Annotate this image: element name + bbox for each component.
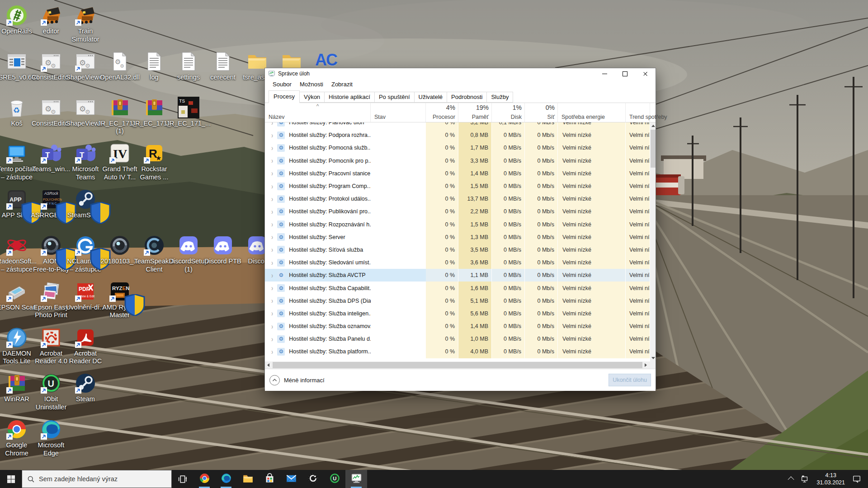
task-view-button[interactable] <box>172 470 193 488</box>
scroll-right-icon[interactable] <box>645 363 647 367</box>
column-header-pam-[interactable]: 19%Paměť <box>458 103 492 122</box>
clock[interactable]: 4:13 31.03.2021 <box>812 472 849 487</box>
scroll-left-icon[interactable] <box>267 363 269 367</box>
less-info-toggle[interactable]: Méně informací <box>269 375 325 385</box>
tab-procesy[interactable]: Procesy <box>269 90 300 103</box>
minimize-button[interactable] <box>594 68 615 79</box>
process-name-cell[interactable]: › ⚙ Hostitel služby: Pracovní stanice <box>265 167 371 180</box>
network-tray-button[interactable] <box>797 470 812 488</box>
tab-služby[interactable]: Služby <box>486 92 513 103</box>
tab-uživatelé[interactable]: Uživatelé <box>414 92 447 103</box>
tab-historie-aplikací[interactable]: Historie aplikací <box>324 92 375 103</box>
maximize-button[interactable] <box>615 68 635 79</box>
expand-chevron-icon[interactable]: › <box>271 156 273 165</box>
desktop-icon-jr-ec-171[interactable]: TSJR_EC_171_... <box>166 97 211 128</box>
tab-podrobnosti[interactable]: Podrobnosti <box>447 92 487 103</box>
process-name-cell[interactable]: › ⚙ Hostitel služby: Podpora rozhra... <box>265 129 371 141</box>
process-name-cell[interactable]: › ⚙ Hostitel služby: Protokol událos... <box>265 192 371 205</box>
process-name-cell[interactable]: › ⚙ Hostitel služby: Publikování pro... <box>265 205 371 218</box>
desktop-icon-steam[interactable]: Steam <box>63 372 108 404</box>
desktop-icon-train[interactable]: Train Simulator <box>63 5 108 43</box>
process-row[interactable]: › ⚙ Hostitel služby: Služba inteligen...… <box>265 307 650 320</box>
process-name-cell[interactable]: › ⚙ Hostitel služby: Program Comp... <box>265 180 371 192</box>
taskbar-app-gauge[interactable] <box>302 470 324 488</box>
process-row[interactable]: › ⚙ Hostitel služby: Podpora rozhra... 0… <box>265 129 650 141</box>
column-header-stav[interactable]: Stav <box>371 103 426 122</box>
process-row[interactable]: › ⚙ Hostitel služby: Sledování umíst... … <box>265 256 650 269</box>
start-button[interactable] <box>0 470 22 488</box>
process-row[interactable]: › ⚙ Hostitel služby: Pomocník pro p... 0… <box>265 155 650 167</box>
process-row[interactable]: › ⚙ Hostitel služby: Server 0 % 1,3 MB 0… <box>265 231 650 244</box>
process-row[interactable]: › ⚙ Hostitel služby: Služba Panelu d... … <box>265 333 650 345</box>
expand-chevron-icon[interactable]: › <box>271 296 273 305</box>
desktop-icon-amd-ryzen[interactable]: RYZENAMD Ryzen Master <box>97 281 142 319</box>
tray-expand-button[interactable] <box>786 470 797 488</box>
expand-chevron-icon[interactable]: › <box>271 271 273 280</box>
process-name-cell[interactable]: › ⚙ Hostitel služby: Služba DPS (Dia... <box>265 295 371 307</box>
taskbar-app-explorer[interactable] <box>237 470 259 488</box>
desktop-icon-steamsetup[interactable]: SteamSetup <box>63 188 108 220</box>
process-name-cell[interactable]: › ⚙ Hostitel služby: Pomocník pro p... <box>265 155 371 167</box>
expand-chevron-icon[interactable]: › <box>271 122 273 127</box>
taskbar-app-store[interactable] <box>259 470 280 488</box>
process-name-cell[interactable]: › ⚙ Hostitel služby: Server <box>265 231 371 244</box>
scroll-down-icon[interactable] <box>651 357 655 359</box>
process-row[interactable]: › ⚙ Hostitel služby: Plánovač úloh 0 % 3… <box>265 122 650 129</box>
process-row[interactable]: › ⚙ Hostitel služby: Rozpoznávání h... 0… <box>265 218 650 231</box>
expand-chevron-icon[interactable]: › <box>271 144 273 152</box>
process-name-cell[interactable]: › ⚙ Hostitel služby: Služba platform... <box>265 345 371 358</box>
action-center-button[interactable] <box>849 470 864 488</box>
expand-chevron-icon[interactable]: › <box>271 347 273 356</box>
process-name-cell[interactable]: › ⚙ Hostitel služby: Služba Capabilit... <box>265 282 371 294</box>
process-row[interactable]: › ⚙ Hostitel služby: Publikování pro... … <box>265 205 650 218</box>
column-header-s-[interactable]: 0%Síť <box>525 103 558 122</box>
column-header-nazev[interactable]: ^Název <box>265 103 371 122</box>
expand-chevron-icon[interactable]: › <box>271 131 273 140</box>
expand-chevron-icon[interactable]: › <box>271 310 273 318</box>
process-name-cell[interactable]: › ⚙ Hostitel služby: Služba inteligen... <box>265 307 371 320</box>
expand-chevron-icon[interactable]: › <box>271 169 273 178</box>
process-row[interactable]: › ⚙ Hostitel služby: Služba oznamov... 0… <box>265 320 650 333</box>
process-row[interactable]: › ⚙ Hostitel služby: Pomocná služb... 0 … <box>265 141 650 154</box>
scrollbar-thumb[interactable] <box>651 130 656 168</box>
process-row[interactable]: › ⚙ Hostitel služby: Protokol událos... … <box>265 192 650 205</box>
menu-soubor[interactable]: Soubor <box>269 80 296 89</box>
menu-zobrazit[interactable]: Zobrazit <box>327 80 357 89</box>
search-input[interactable]: Sem zadejte hledaný výraz <box>22 470 172 488</box>
tab-výkon[interactable]: Výkon <box>299 92 325 103</box>
tab-po-spuštění[interactable]: Po spuštění <box>374 92 415 103</box>
process-name-cell[interactable]: › ⚙ Hostitel služby: Rozpoznávání h... <box>265 218 371 231</box>
expand-chevron-icon[interactable]: › <box>271 246 273 254</box>
horizontal-scrollbar[interactable] <box>265 361 656 369</box>
process-name-cell[interactable]: › ⚙ Hostitel služby: Služba AVCTP <box>265 269 371 282</box>
process-name-cell[interactable]: › ⚙ Hostitel služby: Pomocná služb... <box>265 141 371 154</box>
column-header-spot-eba-energie[interactable]: Spotřeba energie <box>558 103 626 122</box>
desktop-icon-microsoft[interactable]: Microsoft Edge <box>28 418 74 457</box>
expand-chevron-icon[interactable]: › <box>271 322 273 331</box>
menu-mo-nosti[interactable]: Možnosti <box>296 80 327 89</box>
taskbar-app-mail[interactable] <box>280 470 302 488</box>
process-row[interactable]: › ⚙ Hostitel služby: Služba AVCTP 0 % 1,… <box>265 269 650 282</box>
close-button[interactable] <box>635 68 656 79</box>
process-row[interactable]: › ⚙ Hostitel služby: Služba DPS (Dia... … <box>265 295 650 307</box>
expand-chevron-icon[interactable]: › <box>271 220 273 229</box>
process-row[interactable]: › ⚙ Hostitel služby: Služba Capabilit...… <box>265 282 650 294</box>
process-row[interactable]: › ⚙ Hostitel služby: Pracovní stanice 0 … <box>265 167 650 180</box>
end-task-button[interactable]: Ukončit úlohu <box>609 374 651 386</box>
process-name-cell[interactable]: › ⚙ Hostitel služby: Síťová služba <box>265 244 371 256</box>
vertical-scrollbar[interactable] <box>650 122 656 361</box>
expand-chevron-icon[interactable]: › <box>271 195 273 203</box>
hscrollbar-thumb[interactable] <box>273 362 642 368</box>
expand-chevron-icon[interactable]: › <box>271 258 273 267</box>
column-header-disk[interactable]: 1%Disk <box>492 103 525 122</box>
process-row[interactable]: › ⚙ Hostitel služby: Program Comp... 0 %… <box>265 180 650 192</box>
column-header-procesor[interactable]: 4%Procesor <box>426 103 458 122</box>
scroll-up-icon[interactable] <box>651 125 655 127</box>
expand-chevron-icon[interactable]: › <box>271 207 273 216</box>
process-row[interactable]: › ⚙ Hostitel služby: Síťová služba 0 % 3… <box>265 244 650 256</box>
expand-chevron-icon[interactable]: › <box>271 284 273 292</box>
taskbar-app-edge[interactable] <box>215 470 237 488</box>
desktop-icon-acrobat[interactable]: Acrobat Reader DC <box>63 327 108 366</box>
process-name-cell[interactable]: › ⚙ Hostitel služby: Služba oznamov... <box>265 320 371 333</box>
process-name-cell[interactable]: › ⚙ Hostitel služby: Sledování umíst... <box>265 256 371 269</box>
